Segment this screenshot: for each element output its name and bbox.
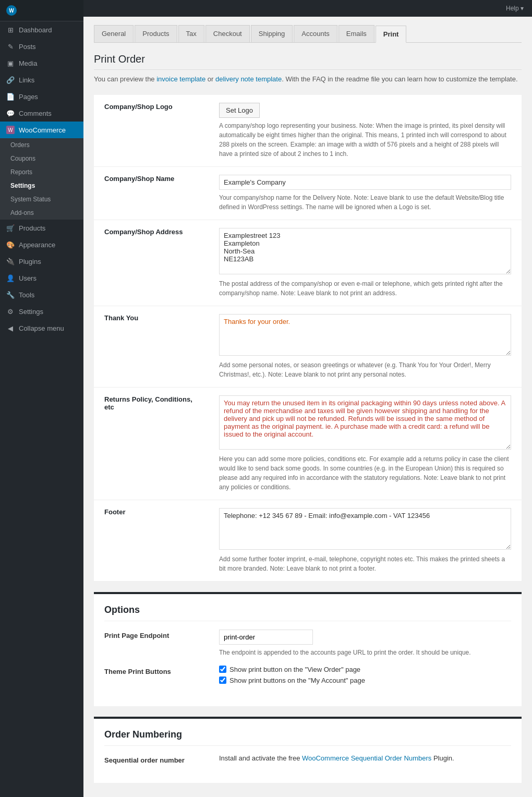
company-logo-row: Company/Shop Logo Set Logo A company/sho…	[94, 95, 522, 167]
company-name-input[interactable]	[219, 175, 511, 190]
settings-tabs: General Products Tax Checkout Shipping A…	[94, 25, 522, 43]
save-changes-bar: Save changes	[94, 793, 522, 798]
media-icon: ▣	[6, 59, 15, 67]
company-name-row: Company/Shop Name Your company/shop name…	[94, 166, 522, 220]
sidebar-item-woocommerce[interactable]: W WooCommerce	[0, 122, 83, 138]
sidebar-item-settings-main[interactable]: ⚙ Settings	[0, 303, 83, 320]
theme-print-buttons-row: Theme Print Buttons Show print button on…	[104, 666, 511, 687]
options-section: Options Print Page Endpoint The endpoint…	[94, 592, 522, 706]
thank-you-row: Thank You Thanks for your order. Add som…	[94, 306, 522, 387]
sidebar-item-appearance[interactable]: 🎨 Appearance	[0, 236, 83, 253]
sidebar-item-media[interactable]: ▣ Media	[0, 55, 83, 71]
checkbox-my-account[interactable]	[219, 677, 226, 684]
returns-policy-cell: You may return the unused item in its or…	[209, 387, 522, 500]
company-name-description: Your company/shop name for the Delivery …	[219, 193, 511, 212]
company-address-label: Company/Shop Address	[94, 220, 209, 306]
print-page-endpoint-label: Print Page Endpoint	[104, 630, 209, 657]
sidebar-item-tools[interactable]: 🔧 Tools	[0, 286, 83, 303]
footer-input[interactable]: Telephone: +12 345 67 89 - Email: info@e…	[219, 508, 511, 550]
sidebar-item-system-status[interactable]: System Status	[0, 192, 83, 206]
appearance-icon: 🎨	[6, 240, 15, 249]
company-address-row: Company/Shop Address Examplestreet 123 E…	[94, 220, 522, 306]
theme-print-buttons-content: Show print button on the "View Order" pa…	[219, 666, 511, 687]
theme-print-buttons-label: Theme Print Buttons	[104, 666, 209, 687]
sidebar-item-reports[interactable]: Reports	[0, 165, 83, 179]
returns-policy-input[interactable]: You may return the unused item in its or…	[219, 395, 511, 450]
tab-emails[interactable]: Emails	[338, 25, 374, 42]
main-content: Help ▾ General Products Tax Checkout Shi…	[83, 0, 532, 797]
sidebar-item-coupons[interactable]: Coupons	[0, 152, 83, 165]
company-logo-label: Company/Shop Logo	[94, 95, 209, 167]
checkbox-my-account-row[interactable]: Show print buttons on the "My Account" p…	[219, 677, 511, 684]
pages-icon: 📄	[6, 92, 15, 101]
tab-checkout[interactable]: Checkout	[205, 25, 250, 42]
checkbox-view-order-row[interactable]: Show print button on the "View Order" pa…	[219, 666, 511, 673]
print-page-endpoint-row: Print Page Endpoint The endpoint is appe…	[104, 630, 511, 657]
delivery-note-link[interactable]: delivery note template	[215, 75, 282, 83]
page-description: You can preview the invoice template or …	[94, 74, 522, 84]
woocommerce-icon: W	[6, 126, 15, 134]
comments-icon: 💬	[6, 109, 15, 117]
sidebar-item-orders[interactable]: Orders	[0, 138, 83, 152]
options-title: Options	[104, 605, 511, 621]
help-button[interactable]: Help ▾	[506, 5, 524, 12]
sequential-order-link[interactable]: WooCommerce Sequential Order Numbers	[302, 754, 431, 762]
footer-field-label: Footer	[94, 500, 209, 581]
topbar: Help ▾	[83, 0, 532, 17]
company-name-cell: Your company/shop name for the Delivery …	[209, 166, 522, 220]
sequential-order-content: Install and activate the free WooCommerc…	[219, 754, 511, 764]
tab-general[interactable]: General	[94, 25, 134, 42]
invoice-template-link[interactable]: invoice template	[156, 75, 205, 83]
returns-policy-row: Returns Policy, Conditions, etc You may …	[94, 387, 522, 500]
thank-you-cell: Thanks for your order. Add some personal…	[209, 306, 522, 387]
sequential-order-label: Sequential order number	[104, 754, 209, 764]
sidebar-item-dashboard[interactable]: ⊞ Dashboard	[0, 21, 83, 38]
company-logo-cell: Set Logo A company/shop logo representin…	[209, 95, 522, 167]
page-title: Print Order	[94, 53, 522, 70]
sidebar-item-products[interactable]: 🛒 Products	[0, 220, 83, 236]
print-page-endpoint-input[interactable]	[219, 630, 313, 645]
collapse-icon: ◀	[6, 324, 15, 332]
tools-icon: 🔧	[6, 291, 15, 299]
sidebar-logo: W	[0, 0, 83, 21]
order-numbering-title: Order Numbering	[104, 729, 511, 746]
posts-icon: ✎	[6, 42, 15, 51]
woocommerce-submenu: Orders Coupons Reports Settings System S…	[0, 138, 83, 220]
company-name-label: Company/Shop Name	[94, 166, 209, 220]
print-page-endpoint-content: The endpoint is appended to the accounts…	[219, 630, 511, 657]
set-logo-button[interactable]: Set Logo	[219, 103, 260, 118]
sidebar-item-pages[interactable]: 📄 Pages	[0, 88, 83, 105]
tab-shipping[interactable]: Shipping	[251, 25, 293, 42]
sidebar-item-plugins[interactable]: 🔌 Plugins	[0, 253, 83, 270]
order-numbering-section: Order Numbering Sequential order number …	[94, 717, 522, 783]
returns-policy-label: Returns Policy, Conditions, etc	[94, 387, 209, 500]
users-icon: 👤	[6, 274, 15, 282]
checkbox-view-order[interactable]	[219, 666, 226, 673]
thank-you-label: Thank You	[94, 306, 209, 387]
company-logo-description: A company/shop logo representing your bu…	[219, 121, 511, 159]
footer-field-row: Footer Telephone: +12 345 67 89 - Email:…	[94, 500, 522, 581]
thank-you-input[interactable]: Thanks for your order.	[219, 314, 511, 356]
sidebar-item-users[interactable]: 👤 Users	[0, 270, 83, 286]
footer-field-cell: Telephone: +12 345 67 89 - Email: info@e…	[209, 500, 522, 581]
thank-you-description: Add some personal notes, or season greet…	[219, 360, 511, 379]
sidebar-item-comments[interactable]: 💬 Comments	[0, 105, 83, 122]
returns-policy-description: Here you can add some more policies, con…	[219, 454, 511, 492]
footer-description: Add some further footer imprint, e-mail,…	[219, 554, 511, 573]
sidebar-item-links[interactable]: 🔗 Links	[0, 71, 83, 88]
tab-print[interactable]: Print	[376, 26, 407, 43]
settings-icon: ⚙	[6, 307, 15, 316]
sidebar-item-settings[interactable]: Settings	[0, 179, 83, 192]
print-page-endpoint-description: The endpoint is appended to the accounts…	[219, 648, 511, 657]
tab-products[interactable]: Products	[135, 25, 177, 42]
dashboard-icon: ⊞	[6, 26, 15, 34]
products-icon: 🛒	[6, 224, 15, 232]
sidebar-item-addons[interactable]: Add-ons	[0, 206, 83, 220]
tab-tax[interactable]: Tax	[178, 25, 204, 42]
sidebar-item-collapse[interactable]: ◀ Collapse menu	[0, 320, 83, 336]
company-address-input[interactable]: Examplestreet 123 Exampleton North-Sea N…	[219, 228, 511, 274]
sidebar: W ⊞ Dashboard ✎ Posts ▣ Media 🔗 Links 📄 …	[0, 0, 83, 797]
plugins-icon: 🔌	[6, 257, 15, 265]
tab-accounts[interactable]: Accounts	[294, 25, 337, 42]
sidebar-item-posts[interactable]: ✎ Posts	[0, 38, 83, 55]
